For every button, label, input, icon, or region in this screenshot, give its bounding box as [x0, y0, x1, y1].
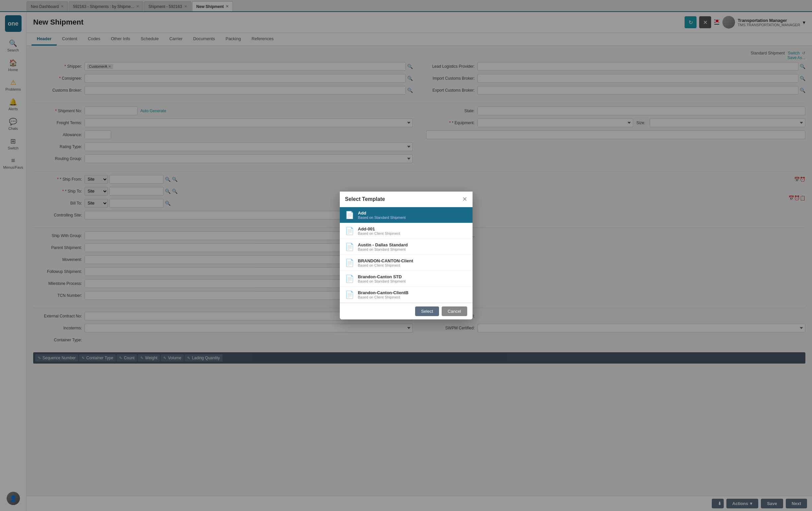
modal-close-button[interactable]: ✕: [462, 195, 467, 203]
template-icon-4: 📄: [345, 275, 354, 283]
template-icon-0: 📄: [345, 211, 354, 219]
template-info-4: Brandon-Canton STD Based on Standard Shi…: [358, 274, 406, 283]
modal-header: Select Template ✕: [340, 192, 472, 207]
template-item-5[interactable]: 📄 Brandon-Canton-ClientB Based on Client…: [340, 287, 472, 303]
template-item-1[interactable]: 📄 Add-001 Based on Client Shipment: [340, 223, 472, 239]
template-icon-1: 📄: [345, 227, 354, 235]
template-name-5: Brandon-Canton-ClientB: [358, 290, 408, 295]
template-name-2: Austin - Dallas Standard: [358, 242, 408, 247]
template-info-3: BRANDON-CANTON-Client Based on Client Sh…: [358, 258, 413, 267]
template-sub-2: Based on Standard Shipment: [358, 247, 408, 251]
modal-title: Select Template: [345, 196, 385, 202]
template-info-5: Brandon-Canton-ClientB Based on Client S…: [358, 290, 408, 299]
template-name-1: Add-001: [358, 226, 400, 232]
template-sub-0: Based on Standard Shipment: [358, 215, 406, 219]
template-sub-4: Based on Standard Shipment: [358, 279, 406, 283]
template-info-0: Add Based on Standard Shipment: [358, 211, 406, 219]
template-sub-5: Based on Client Shipment: [358, 295, 408, 299]
modal-footer: Select Cancel: [340, 303, 472, 319]
modal-overlay: Select Template ✕ 📄 Add Based on Standar…: [0, 0, 812, 511]
modal-cancel-button[interactable]: Cancel: [442, 306, 467, 316]
template-sub-1: Based on Client Shipment: [358, 232, 400, 235]
template-item-3[interactable]: 📄 BRANDON-CANTON-Client Based on Client …: [340, 255, 472, 271]
template-icon-2: 📄: [345, 243, 354, 251]
template-item-4[interactable]: 📄 Brandon-Canton STD Based on Standard S…: [340, 271, 472, 287]
template-info-1: Add-001 Based on Client Shipment: [358, 226, 400, 235]
template-name-4: Brandon-Canton STD: [358, 274, 406, 279]
template-name-3: BRANDON-CANTON-Client: [358, 258, 413, 263]
template-icon-5: 📄: [345, 291, 354, 299]
template-icon-3: 📄: [345, 259, 354, 267]
modal-body: 📄 Add Based on Standard Shipment 📄 Add-0…: [340, 207, 472, 303]
select-template-modal: Select Template ✕ 📄 Add Based on Standar…: [340, 192, 472, 319]
template-sub-3: Based on Client Shipment: [358, 263, 413, 267]
modal-select-button[interactable]: Select: [415, 306, 439, 316]
template-name-0: Add: [358, 211, 406, 215]
template-item-2[interactable]: 📄 Austin - Dallas Standard Based on Stan…: [340, 239, 472, 255]
template-info-2: Austin - Dallas Standard Based on Standa…: [358, 242, 408, 251]
template-item-0[interactable]: 📄 Add Based on Standard Shipment: [340, 207, 472, 223]
